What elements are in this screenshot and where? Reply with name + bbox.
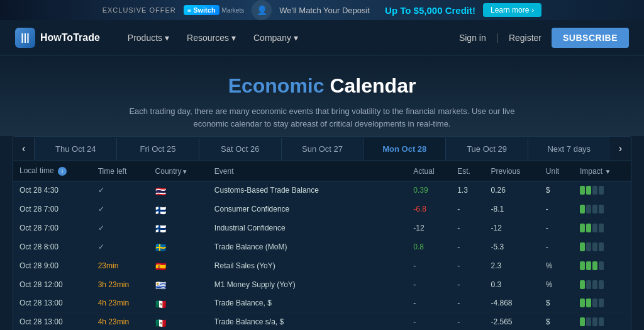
cell-time-left: 23min [92,256,149,275]
col-previous: Previous [484,161,539,181]
next-arrow-button[interactable]: › [610,137,631,161]
col-impact: Impact ▼ [574,161,631,181]
page-title: Economic Calendar [13,74,631,98]
date-thu-oct-24[interactable]: Thu Oct 24 [34,138,116,160]
table-row: Oct 28 7:00 ✓ 🇫🇮 Consumer Confidence -6.… [13,200,631,219]
date-tue-oct-29[interactable]: Tue Oct 29 [445,138,528,160]
cell-unit: % [540,275,574,294]
hero-description: Each trading day, there are many economi… [127,105,517,130]
sort-country-icon[interactable]: ▼ [182,168,188,175]
cell-impact [574,312,631,330]
economic-calendar-table: Local time i Time left Country▼ Event Ac… [13,161,631,330]
sort-impact-icon[interactable]: ▼ [604,168,611,175]
logo-text: HowToTrade [40,32,100,43]
cell-impact [574,181,631,200]
cell-actual: - [407,312,451,330]
calendar-section: ‹ Thu Oct 24 Fri Oct 25 Sat Oct 26 Sun O… [0,136,644,330]
cell-unit: $ [540,312,574,330]
date-navigation: ‹ Thu Oct 24 Fri Oct 25 Sat Oct 26 Sun O… [13,136,631,161]
cell-previous: 2.3 [484,256,539,275]
cell-est: - [451,219,484,237]
cell-previous: 0.26 [484,181,539,200]
cell-time-left: ✓ [92,200,149,219]
cell-unit: $ [540,293,574,312]
table-row: Oct 28 13:00 4h 23min 🇲🇽 Trade Balance s… [13,312,631,330]
banner-person-image: 👤 [252,0,272,20]
cell-event: Trade Balance, $ [208,293,407,312]
cell-previous: -2.565 [484,312,539,330]
nav-resources-label: Resources [187,33,229,43]
nav-resources[interactable]: Resources ▾ [179,28,243,48]
chevron-down-icon: ▾ [294,33,298,43]
cell-event: M1 Money Supply (YoY) [208,275,407,294]
nav-company[interactable]: Company ▾ [246,28,306,48]
title-blue: Economic [228,74,325,97]
chevron-down-icon: ▾ [231,33,236,43]
cell-unit: - [540,219,574,237]
nav-right-actions: Sign in | Register SUBSCRIBE [454,28,629,48]
date-sat-oct-26[interactable]: Sat Oct 26 [199,138,281,160]
cell-actual: 0.8 [407,237,451,256]
learn-more-button[interactable]: Learn more › [483,3,541,17]
cell-unit: - [540,200,574,219]
chevron-right-icon: › [531,6,534,14]
cell-country: 🇪🇸 [149,256,208,275]
logo[interactable]: ||| HowToTrade [15,28,100,48]
cell-local-time: Oct 28 12:00 [13,275,92,294]
cell-local-time: Oct 28 13:00 [13,312,92,330]
promo-credit: Up To $5,000 Credit! [385,5,475,16]
cell-previous: -12 [484,219,539,237]
table-row: Oct 28 12:00 3h 23min 🇺🇾 M1 Money Supply… [13,275,631,294]
cell-event: Customs-Based Trade Balance [208,181,407,200]
cell-est: - [451,312,484,330]
cell-event: Industrial Confidence [208,219,407,237]
nav-products[interactable]: Products ▾ [120,28,177,48]
cell-est: - [451,275,484,294]
cell-est: 1.3 [451,181,484,200]
cell-actual: -12 [407,219,451,237]
main-navbar: ||| HowToTrade Products ▾ Resources ▾ Co… [0,20,644,55]
cell-actual: - [407,256,451,275]
prev-arrow-button[interactable]: ‹ [13,137,34,161]
cell-local-time: Oct 28 7:00 [13,200,92,219]
date-sun-oct-27[interactable]: Sun Oct 27 [281,138,364,160]
cell-event: Retail Sales (YoY) [208,256,407,275]
cell-actual: - [407,275,451,294]
logo-icon: ||| [15,28,35,48]
cell-unit: $ [540,181,574,200]
exclusive-label: EXCLUSIVE OFFER [103,6,176,14]
cell-previous: 0.3 [484,275,539,294]
nav-links: Products ▾ Resources ▾ Company ▾ [120,28,434,48]
sign-in-link[interactable]: Sign in [454,33,491,43]
cell-event: Consumer Confidence [208,200,407,219]
cell-event: Trade Balance s/a, $ [208,312,407,330]
cell-local-time: Oct 28 8:00 [13,237,92,256]
col-actual: Actual [407,161,451,181]
cell-impact [574,237,631,256]
cell-impact [574,275,631,294]
cell-actual: - [407,293,451,312]
cell-unit: % [540,256,574,275]
table-row: Oct 28 7:00 ✓ 🇫🇮 Industrial Confidence -… [13,219,631,237]
cell-impact [574,293,631,312]
cell-country: 🇸🇪 [149,237,208,256]
table-row: Oct 28 8:00 ✓ 🇸🇪 Trade Balance (MoM) 0.8… [13,237,631,256]
cell-local-time: Oct 28 13:00 [13,293,92,312]
top-banner: EXCLUSIVE OFFER ≡ Switch Markets 👤 We'll… [0,0,644,20]
cell-impact [574,256,631,275]
col-event: Event [208,161,407,181]
register-link[interactable]: Register [504,33,547,43]
col-time-left: Time left [92,161,149,181]
date-mon-oct-28[interactable]: Mon Oct 28 [363,138,445,160]
switch-logo-area: ≡ Switch Markets [184,5,244,15]
cell-country: 🇲🇽 [149,293,208,312]
date-fri-oct-25[interactable]: Fri Oct 25 [116,138,199,160]
subscribe-button[interactable]: SUBSCRIBE [552,28,629,48]
cell-est: - [451,256,484,275]
date-next-7-days[interactable]: Next 7 days [528,138,610,160]
cell-previous: -8.1 [484,200,539,219]
cell-country: 🇫🇮 [149,219,208,237]
cell-local-time: Oct 28 4:30 [13,181,92,200]
info-icon[interactable]: i [58,167,67,176]
cell-time-left: ✓ [92,237,149,256]
